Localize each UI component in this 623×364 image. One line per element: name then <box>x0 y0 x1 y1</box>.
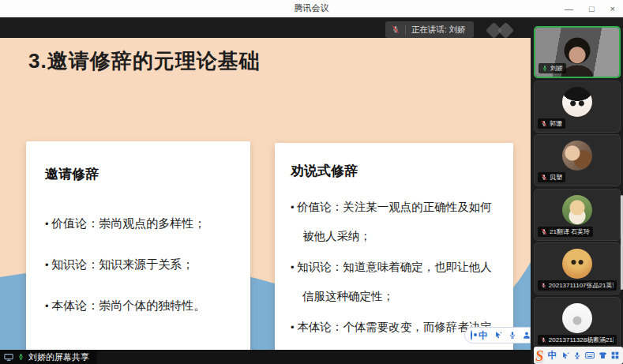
close-button[interactable]: × <box>610 0 615 17</box>
window-titlebar: 腾讯会议 — □ × <box>0 0 623 17</box>
skin-icon[interactable] <box>599 351 607 359</box>
mic-off-icon <box>541 120 547 127</box>
avatar <box>562 303 592 333</box>
slide-title: 3.邀请修辞的元理论基础 <box>28 47 261 75</box>
card-bullet-list: 价值论：崇尚观点的多样性； 知识论：知识来源于关系； 本体论：崇尚个体的独特性。 <box>45 216 233 313</box>
participant-name-badge: 刘娇 <box>539 63 566 73</box>
avatar <box>562 249 592 279</box>
tencent-meeting-logo-icon <box>483 22 524 39</box>
participant-name: 郭珊 <box>550 119 562 128</box>
avatar <box>562 195 592 225</box>
participant-sidebar: 刘娇 郭珊 贝塑 21翻译 石芙玲 20213711107张晶21英语… <box>531 17 623 364</box>
share-banner-label: 刘娇的屏幕共享 <box>28 351 89 363</box>
minimize-button[interactable]: — <box>565 0 573 17</box>
participant-tile[interactable]: 贝塑 <box>534 134 621 186</box>
participant-name: 贝塑 <box>550 173 562 182</box>
participant-name: 刘娇 <box>550 64 563 73</box>
mic-off-icon <box>541 336 546 343</box>
bullet-item: 知识论：知道意味着确定，也即让他人信服这种确定性； <box>291 253 501 311</box>
microphone-icon[interactable] <box>509 331 516 340</box>
participant-name: 20213711328杨素涵21翻译 <box>549 336 614 344</box>
window-title: 腾讯会议 <box>295 2 329 14</box>
monitor-icon <box>4 353 13 362</box>
mic-off-icon <box>392 25 400 34</box>
maximize-button[interactable]: □ <box>589 0 595 17</box>
card-bullet-list: 价值论：关注某一观点的正确性及如何被他人采纳； 知识论：知道意味着确定，也即让他… <box>291 193 501 350</box>
participant-name-badge: 20213711328杨素涵21翻译 <box>538 335 617 345</box>
mic-off-icon <box>541 174 547 181</box>
sidebar-scrollbar[interactable] <box>621 195 623 290</box>
ime-badge-icon[interactable] <box>471 330 472 340</box>
speaking-label: 正在讲话: 刘娇 <box>411 24 466 36</box>
bullet-item: 价值论：崇尚观点的多样性； <box>45 216 233 231</box>
window-controls: — □ × <box>565 0 615 17</box>
toolbox-icon[interactable] <box>611 351 619 359</box>
participant-tile[interactable]: 21翻译 石芙玲 <box>534 189 621 241</box>
bullet-item: 价值论：关注某一观点的正确性及如何被他人采纳； <box>291 193 501 251</box>
participant-name-badge: 贝塑 <box>538 172 565 182</box>
participant-name: 21翻译 石芙玲 <box>550 227 590 236</box>
mic-on-icon <box>17 353 24 361</box>
invitational-rhetoric-card: 邀请修辞 价值论：崇尚观点的多样性； 知识论：知识来源于关系； 本体论：崇尚个体… <box>26 141 250 350</box>
shared-screen-slide: 3.邀请修辞的元理论基础 邀请修辞 价值论：崇尚观点的多样性； 知识论：知识来源… <box>0 38 531 350</box>
divider <box>405 25 406 35</box>
pointer-icon[interactable] <box>561 351 569 360</box>
card-heading: 劝说式修辞 <box>291 162 501 180</box>
ime-toolbar-shared[interactable]: 中 <box>464 327 531 343</box>
sogou-logo-icon[interactable]: S <box>535 348 544 363</box>
ime-toolbar[interactable]: S 中 <box>534 347 623 364</box>
bullet-item: 本体论：崇尚个体的独特性。 <box>45 298 233 313</box>
pointer-icon[interactable] <box>494 331 502 340</box>
participant-tile[interactable]: 20213711107张晶21英语… <box>534 242 621 295</box>
chinese-mode-indicator[interactable]: 中 <box>548 351 557 360</box>
person-icon[interactable] <box>523 331 531 340</box>
speaking-indicator: 正在讲话: 刘娇 <box>385 21 474 38</box>
persuasive-rhetoric-card: 劝说式修辞 价值论：关注某一观点的正确性及如何被他人采纳； 知识论：知道意味着确… <box>275 143 513 350</box>
keyboard-icon[interactable] <box>585 351 595 359</box>
chinese-mode-indicator[interactable]: 中 <box>479 331 488 340</box>
card-heading: 邀请修辞 <box>45 165 233 183</box>
mic-on-icon <box>542 65 548 72</box>
microphone-icon[interactable] <box>573 351 581 360</box>
avatar <box>562 87 592 117</box>
screen-share-banner: 刘娇的屏幕共享 <box>0 350 97 364</box>
bullet-item: 知识论：知识来源于关系； <box>45 257 233 272</box>
mic-off-icon <box>541 282 546 289</box>
participant-tile[interactable]: 20213711328杨素涵21翻译 <box>534 297 621 349</box>
participant-name: 20213711107张晶21英语… <box>549 281 614 290</box>
participant-name-badge: 郭珊 <box>538 118 565 129</box>
participant-tile-liujiao[interactable]: 刘娇 <box>534 26 621 78</box>
participant-name-badge: 21翻译 石芙玲 <box>538 227 593 237</box>
participant-name-badge: 20213711107张晶21英语… <box>538 280 617 291</box>
mic-off-icon <box>541 228 547 235</box>
participant-tile[interactable]: 郭珊 <box>534 81 621 133</box>
avatar <box>562 141 592 171</box>
